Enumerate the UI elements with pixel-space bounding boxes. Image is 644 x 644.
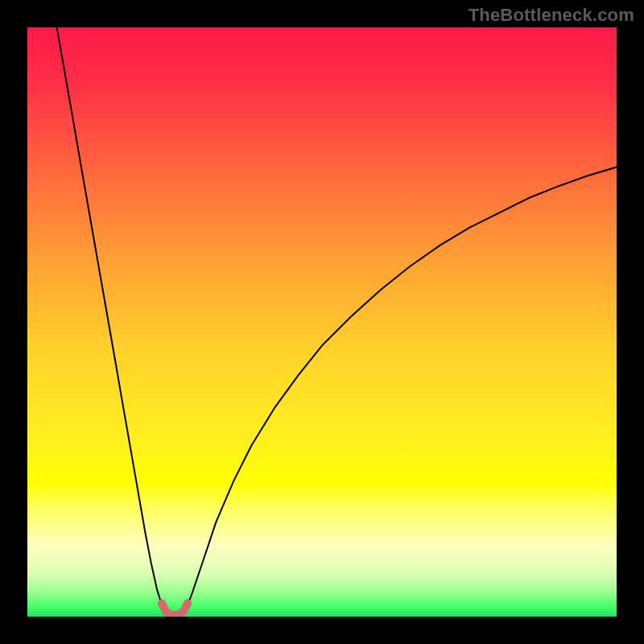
plot-area [27,27,617,617]
attribution-watermark: TheBottleneck.com [469,5,634,26]
series-right-branch [187,167,617,608]
series-trough-highlight [162,603,188,615]
chart-frame: TheBottleneck.com [0,0,644,644]
curves-layer [27,27,617,617]
series-left-branch [57,27,163,609]
